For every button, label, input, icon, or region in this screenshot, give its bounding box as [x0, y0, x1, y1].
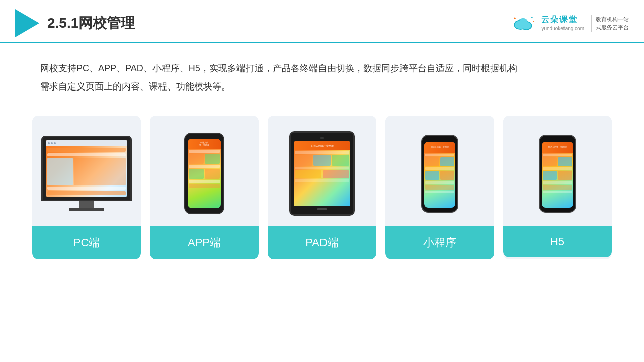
card-app-label: APP端	[150, 226, 259, 259]
pc-mockup	[41, 136, 132, 211]
card-pc-image	[32, 116, 141, 226]
svg-point-8	[533, 21, 534, 22]
brand-text: 云朵课堂 yunduoketang.com	[541, 15, 584, 32]
phone-small-screen: 职达人的第一堂网课	[424, 142, 455, 208]
page-title: 2.5.1网校管理	[47, 14, 135, 33]
svg-point-5	[519, 18, 527, 26]
phone-notch	[197, 134, 211, 138]
svg-point-6	[514, 18, 516, 19]
description-text: 网校支持PC、APP、PAD、小程序、H5，实现多端打通，产品各终端自由切换，数…	[0, 43, 644, 106]
description-line1: 网校支持PC、APP、PAD、小程序、H5，实现多端打通，产品各终端自由切换，数…	[40, 63, 517, 73]
phone-small-notch	[434, 136, 446, 141]
card-h5-label: H5	[503, 226, 612, 257]
phone-mockup-app: 职达人的第一堂网课	[184, 133, 224, 214]
phone-h5-notch	[551, 136, 564, 141]
monitor-screen	[46, 140, 127, 197]
card-pad: 职达人的第一堂网课	[268, 116, 376, 259]
tablet-home-button	[317, 208, 327, 210]
page-header: 2.5.1网校管理 云朵课堂 yunduoketang.com 教育机构一站式服…	[0, 0, 644, 43]
card-h5-image: 职达人的第一堂网课	[503, 116, 612, 226]
logo-triangle-icon	[15, 9, 39, 37]
tablet-screen: 职达人的第一堂网课	[294, 141, 350, 206]
phone-h5-screen: 职达人的第一堂网课	[542, 142, 573, 208]
card-miniapp-image: 职达人的第一堂网课	[385, 116, 494, 226]
cloud-icon	[511, 14, 536, 32]
card-miniapp-label: 小程序	[385, 226, 494, 259]
monitor-frame	[41, 136, 132, 201]
card-pc-label: PC端	[32, 226, 141, 259]
brand-url: yunduoketang.com	[541, 25, 584, 32]
svg-point-7	[532, 17, 533, 18]
brand-logo	[511, 14, 536, 32]
card-app-image: 职达人的第一堂网课	[150, 116, 259, 226]
card-pc: PC端	[32, 116, 141, 259]
header-right: 云朵课堂 yunduoketang.com 教育机构一站式服务云平台	[511, 14, 629, 32]
phone-mockup-miniapp: 职达人的第一堂网课	[421, 135, 458, 213]
brand-name: 云朵课堂	[541, 15, 578, 25]
tablet-camera	[320, 137, 324, 139]
description-line2: 需求自定义页面上的内容、课程、功能模块等。	[40, 81, 230, 92]
tablet-mockup: 职达人的第一堂网课	[289, 131, 355, 216]
phone-screen: 职达人的第一堂网课	[188, 139, 221, 208]
card-pad-image: 职达人的第一堂网课	[268, 116, 376, 226]
phone-mockup-h5: 职达人的第一堂网课	[539, 135, 576, 213]
card-h5: 职达人的第一堂网课	[503, 116, 612, 259]
card-app: 职达人的第一堂网课	[150, 116, 259, 259]
header-left: 2.5.1网校管理	[15, 9, 135, 37]
cards-section: PC端 职达人的第一堂网课	[0, 106, 644, 259]
card-miniapp: 职达人的第一堂网课	[385, 116, 494, 259]
card-pad-label: PAD端	[268, 226, 376, 259]
brand-slogan: 教育机构一站式服务云平台	[591, 15, 629, 32]
